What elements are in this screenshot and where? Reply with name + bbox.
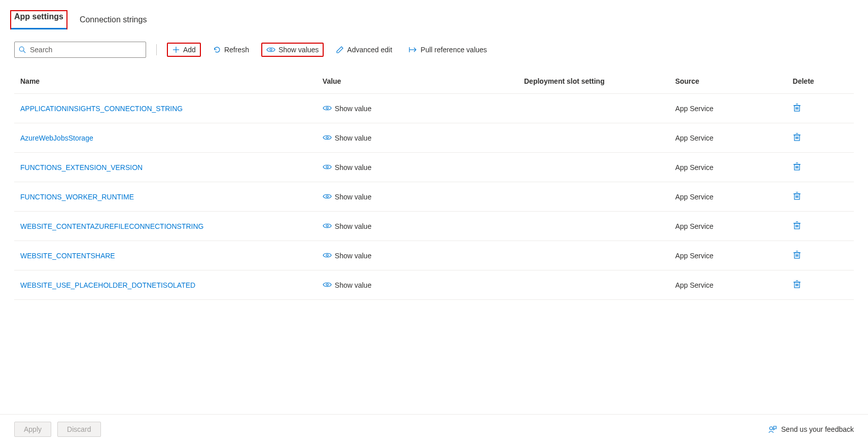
eye-icon xyxy=(266,47,275,53)
setting-name-link[interactable]: WEBSITE_CONTENTSHARE xyxy=(20,252,115,260)
show-value-button[interactable]: Show value xyxy=(323,252,371,260)
col-header-source[interactable]: Source xyxy=(669,71,787,94)
advanced-edit-label: Advanced edit xyxy=(347,46,392,54)
separator xyxy=(156,44,157,55)
tab-app-settings[interactable]: App settings xyxy=(10,10,67,29)
setting-name-link[interactable]: AzureWebJobsStorage xyxy=(20,134,93,142)
trash-icon xyxy=(793,162,801,173)
delete-button[interactable] xyxy=(793,132,801,143)
svg-point-21 xyxy=(326,166,328,168)
setting-name-link[interactable]: FUNCTIONS_EXTENSION_VERSION xyxy=(20,163,143,172)
eye-icon xyxy=(323,163,332,172)
add-button[interactable]: Add xyxy=(167,43,201,57)
setting-name-link[interactable]: FUNCTIONS_WORKER_RUNTIME xyxy=(20,193,134,201)
pull-icon xyxy=(408,46,418,53)
trash-icon xyxy=(793,103,801,114)
show-value-button[interactable]: Show value xyxy=(323,134,371,142)
refresh-button[interactable]: Refresh xyxy=(209,44,253,56)
table-row: FUNCTIONS_WORKER_RUNTIMEShow valueApp Se… xyxy=(14,182,854,212)
eye-icon xyxy=(323,222,332,230)
tabs: App settings Connection strings xyxy=(14,12,854,27)
table-row: WEBSITE_CONTENTAZUREFILECONNECTIONSTRING… xyxy=(14,212,854,241)
delete-button[interactable] xyxy=(793,103,801,114)
search-icon xyxy=(19,46,26,53)
source-label: App Service xyxy=(675,193,713,201)
trash-icon xyxy=(793,221,801,231)
svg-point-42 xyxy=(326,254,328,256)
plus-icon xyxy=(172,46,180,54)
svg-line-1 xyxy=(23,51,25,53)
eye-icon xyxy=(323,105,332,113)
delete-button[interactable] xyxy=(793,162,801,173)
col-header-slot[interactable]: Deployment slot setting xyxy=(518,71,669,94)
pull-reference-button[interactable]: Pull reference values xyxy=(404,44,491,56)
settings-table: Name Value Deployment slot setting Sourc… xyxy=(14,71,854,300)
search-box[interactable] xyxy=(14,42,146,58)
show-value-label: Show value xyxy=(335,134,371,142)
show-value-button[interactable]: Show value xyxy=(323,222,371,230)
tab-connection-strings[interactable]: Connection strings xyxy=(80,12,147,27)
eye-icon xyxy=(323,193,332,201)
eye-icon xyxy=(323,252,332,260)
source-label: App Service xyxy=(675,222,713,230)
col-header-name[interactable]: Name xyxy=(14,71,317,94)
show-value-label: Show value xyxy=(335,281,371,289)
table-row: WEBSITE_CONTENTSHAREShow valueApp Servic… xyxy=(14,241,854,270)
col-header-delete[interactable]: Delete xyxy=(787,71,854,94)
pencil-icon xyxy=(336,46,344,54)
show-value-label: Show value xyxy=(335,193,371,201)
show-value-label: Show value xyxy=(335,105,371,113)
table-row: FUNCTIONS_EXTENSION_VERSIONShow valueApp… xyxy=(14,153,854,182)
search-input[interactable] xyxy=(29,45,142,54)
source-label: App Service xyxy=(675,281,713,289)
eye-icon xyxy=(323,281,332,289)
svg-point-35 xyxy=(326,225,328,227)
show-value-button[interactable]: Show value xyxy=(323,105,371,113)
source-label: App Service xyxy=(675,252,713,260)
show-value-button[interactable]: Show value xyxy=(323,163,371,172)
setting-name-link[interactable]: WEBSITE_USE_PLACEHOLDER_DOTNETISOLATED xyxy=(20,281,195,289)
refresh-label: Refresh xyxy=(224,46,249,54)
table-row: WEBSITE_USE_PLACEHOLDER_DOTNETISOLATEDSh… xyxy=(14,270,854,300)
svg-point-14 xyxy=(326,136,328,139)
source-label: App Service xyxy=(675,163,713,172)
eye-icon xyxy=(323,134,332,142)
show-value-label: Show value xyxy=(335,163,371,172)
table-row: AzureWebJobsStorageShow valueApp Service xyxy=(14,123,854,153)
app-settings-panel: App settings Connection strings Add Refr… xyxy=(0,0,868,300)
setting-name-link[interactable]: WEBSITE_CONTENTAZUREFILECONNECTIONSTRING xyxy=(20,222,203,230)
show-value-button[interactable]: Show value xyxy=(323,281,371,289)
delete-button[interactable] xyxy=(793,191,801,202)
trash-icon xyxy=(793,132,801,143)
source-label: App Service xyxy=(675,134,713,142)
source-label: App Service xyxy=(675,105,713,113)
advanced-edit-button[interactable]: Advanced edit xyxy=(332,44,396,56)
refresh-icon xyxy=(213,46,221,54)
show-value-label: Show value xyxy=(335,222,371,230)
show-values-label: Show values xyxy=(279,46,319,54)
table-row: APPLICATIONINSIGHTS_CONNECTION_STRINGSho… xyxy=(14,94,854,123)
add-label: Add xyxy=(183,46,196,54)
col-header-value[interactable]: Value xyxy=(317,71,518,94)
trash-icon xyxy=(793,280,801,290)
trash-icon xyxy=(793,191,801,202)
toolbar: Add Refresh Show values Advanced edit Pu… xyxy=(14,42,854,58)
show-value-button[interactable]: Show value xyxy=(323,193,371,201)
svg-point-0 xyxy=(19,47,24,51)
delete-button[interactable] xyxy=(793,280,801,290)
svg-point-49 xyxy=(326,284,328,286)
trash-icon xyxy=(793,250,801,261)
svg-point-7 xyxy=(326,107,328,109)
setting-name-link[interactable]: APPLICATIONINSIGHTS_CONNECTION_STRING xyxy=(20,105,183,113)
svg-point-28 xyxy=(326,195,328,197)
svg-point-4 xyxy=(270,49,272,51)
pull-reference-label: Pull reference values xyxy=(421,46,487,54)
delete-button[interactable] xyxy=(793,221,801,231)
show-values-button[interactable]: Show values xyxy=(261,43,324,57)
delete-button[interactable] xyxy=(793,250,801,261)
show-value-label: Show value xyxy=(335,252,371,260)
